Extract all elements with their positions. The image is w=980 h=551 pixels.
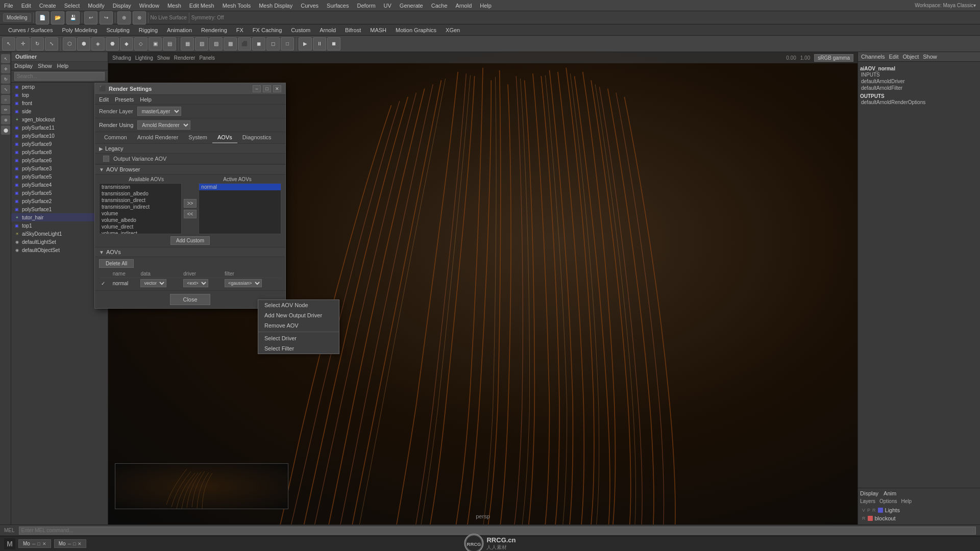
aov-backward-button[interactable]: << bbox=[184, 210, 197, 218]
maximize-icon[interactable]: □ bbox=[37, 541, 40, 546]
tool1-icon[interactable]: ⬡ bbox=[63, 37, 76, 51]
menu-help[interactable]: Help bbox=[480, 3, 492, 9]
list-item[interactable]: ▣ polySurface2 bbox=[11, 197, 108, 205]
list-item[interactable]: ▣ polySurface4 bbox=[11, 181, 108, 189]
list-item[interactable]: ▣ side bbox=[11, 107, 108, 115]
data-type-select[interactable]: vector bbox=[140, 279, 166, 287]
menu-edit-mesh[interactable]: Edit Mesh bbox=[189, 3, 214, 9]
modal-menu-edit[interactable]: Edit bbox=[99, 96, 109, 103]
menu-mesh-tools[interactable]: Mesh Tools bbox=[223, 3, 251, 9]
minimize-icon[interactable]: ─ bbox=[32, 541, 35, 546]
symmetry-label[interactable]: Symmetry: Off bbox=[191, 15, 224, 20]
aov-available-item[interactable]: volume_albedo bbox=[100, 217, 181, 223]
context-item-add-new-output[interactable]: Add New Output Driver bbox=[258, 310, 339, 320]
render-using-select[interactable]: Arnold Renderer bbox=[137, 120, 190, 130]
close-taskbar-icon[interactable]: ✕ bbox=[42, 541, 46, 546]
driver-select[interactable]: <ext> bbox=[183, 279, 208, 287]
shelf-tab-mash[interactable]: MASH bbox=[366, 26, 390, 34]
maximize-icon-2[interactable]: □ bbox=[73, 541, 76, 546]
aov-forward-button[interactable]: >> bbox=[184, 199, 197, 208]
viewport-menu-shading[interactable]: Shading bbox=[112, 55, 131, 61]
list-item[interactable]: ▣ polySurface3 bbox=[11, 164, 108, 172]
live-surface-label[interactable]: No Live Surface bbox=[151, 15, 187, 20]
aov-available-item[interactable]: volume_indirect bbox=[100, 230, 181, 234]
menu-uv[interactable]: UV bbox=[384, 3, 391, 9]
channels-tab[interactable]: Channels bbox=[861, 54, 885, 60]
output-variance-checkbox[interactable] bbox=[103, 156, 109, 162]
list-item[interactable]: ▣ polySurface10 bbox=[11, 132, 108, 140]
snap-icon[interactable]: ⊕ bbox=[117, 11, 131, 24]
table-row[interactable]: ✓ normal vector <ext> bbox=[99, 278, 281, 289]
open-icon[interactable]: 📂 bbox=[51, 11, 64, 24]
mesh2-icon[interactable]: ▧ bbox=[195, 37, 208, 51]
mesh7-icon[interactable]: ◻ bbox=[266, 37, 280, 51]
list-item[interactable]: ▣ polySurface9 bbox=[11, 140, 108, 148]
context-item-select-driver[interactable]: Select Driver bbox=[258, 333, 339, 343]
list-item[interactable]: ✦ tutor_hair bbox=[11, 213, 108, 221]
outliner-menu-help[interactable]: Help bbox=[57, 63, 69, 69]
close-taskbar-icon-2[interactable]: ✕ bbox=[78, 541, 82, 546]
move-icon[interactable]: ✛ bbox=[16, 37, 30, 51]
modal-menu-presets[interactable]: Presets bbox=[115, 96, 134, 103]
render3-icon[interactable]: ⏹ bbox=[327, 37, 340, 51]
menu-create[interactable]: Create bbox=[39, 3, 56, 9]
list-item[interactable]: ▣ top bbox=[11, 91, 108, 99]
viewport-menu-show[interactable]: Show bbox=[157, 55, 170, 61]
redo-icon[interactable]: ↪ bbox=[100, 11, 113, 24]
options-sub-tab[interactable]: Options bbox=[879, 498, 897, 504]
close-button[interactable]: ✕ bbox=[273, 85, 281, 92]
minimize-button[interactable]: – bbox=[253, 85, 261, 92]
mode-selector[interactable]: Modeling bbox=[3, 13, 31, 22]
soft-select-icon[interactable]: ○ bbox=[1, 95, 10, 104]
aov-available-item[interactable]: transmission_direct bbox=[100, 197, 181, 204]
aovs-section-header[interactable]: ▼ AOVs bbox=[95, 247, 285, 257]
menu-curves[interactable]: Curves bbox=[301, 3, 318, 9]
menu-modify[interactable]: Modify bbox=[88, 3, 104, 9]
viewport-menu-lighting[interactable]: Lighting bbox=[135, 55, 153, 61]
available-aovs-list[interactable]: transmission transmission_albedo transmi… bbox=[99, 183, 182, 234]
tab-diagnostics[interactable]: Diagnostics bbox=[237, 132, 277, 143]
context-item-remove-aov[interactable]: Remove AOV bbox=[258, 320, 339, 331]
shelf-tab-rigging[interactable]: Rigging bbox=[135, 26, 162, 34]
menu-generate[interactable]: Generate bbox=[400, 3, 423, 9]
aov-active-item[interactable]: normal bbox=[199, 184, 281, 190]
mesh1-icon[interactable]: ▦ bbox=[181, 37, 194, 51]
menu-window[interactable]: Window bbox=[139, 3, 159, 9]
list-item[interactable]: ◉ defaultObjectSet bbox=[11, 246, 108, 254]
scale-icon[interactable]: ⤡ bbox=[45, 37, 58, 51]
shelf-tab-arnold[interactable]: Arnold bbox=[315, 26, 340, 34]
shelf-tab-bifrost[interactable]: Bifrost bbox=[341, 26, 365, 34]
save-icon[interactable]: 💾 bbox=[66, 11, 80, 24]
object-tab[interactable]: Object bbox=[902, 54, 919, 60]
menu-display[interactable]: Display bbox=[113, 3, 131, 9]
aov-available-item[interactable]: volume_direct bbox=[100, 223, 181, 230]
tool3-icon[interactable]: ◈ bbox=[91, 37, 105, 51]
render-layer-select[interactable]: masterLayer bbox=[137, 107, 181, 116]
tool6-icon[interactable]: ◇ bbox=[134, 37, 148, 51]
list-item[interactable]: ▣ polySurface1 bbox=[11, 205, 108, 213]
color-space-selector[interactable]: sRGB gamma bbox=[814, 54, 853, 62]
tool2-icon[interactable]: ⬢ bbox=[77, 37, 90, 51]
menu-surfaces[interactable]: Surfaces bbox=[327, 3, 349, 9]
mesh3-icon[interactable]: ▨ bbox=[209, 37, 223, 51]
list-item[interactable]: ▣ polySurface8 bbox=[11, 148, 108, 156]
row-check[interactable]: ✓ bbox=[99, 278, 111, 289]
shelf-tab-animation[interactable]: Animation bbox=[163, 26, 196, 34]
shelf-tab-sculpting[interactable]: Sculpting bbox=[103, 26, 134, 34]
aov-available-item[interactable]: volume bbox=[100, 210, 181, 217]
shelf-tab-poly-modeling[interactable]: Poly Modeling bbox=[58, 26, 101, 34]
context-item-select-filter[interactable]: Select Filter bbox=[258, 343, 339, 354]
show-tab[interactable]: Show bbox=[923, 54, 937, 60]
taskbar-item-render[interactable]: Mo ─ □ ✕ bbox=[54, 539, 87, 548]
viewport-menu-renderer[interactable]: Renderer bbox=[174, 55, 195, 61]
tool7-icon[interactable]: ▣ bbox=[149, 37, 162, 51]
mesh4-icon[interactable]: ▩ bbox=[224, 37, 237, 51]
edit-tab[interactable]: Edit bbox=[889, 54, 898, 60]
list-item[interactable]: ▣ top1 bbox=[11, 221, 108, 230]
mel-input[interactable] bbox=[19, 527, 976, 535]
menu-arnold[interactable]: Arnold bbox=[456, 3, 472, 9]
lasso-icon[interactable]: ⬤ bbox=[1, 126, 10, 135]
help-sub-tab[interactable]: Help bbox=[901, 498, 912, 504]
list-item[interactable]: ▣ polySurface11 bbox=[11, 123, 108, 132]
outliner-search[interactable] bbox=[11, 70, 108, 83]
